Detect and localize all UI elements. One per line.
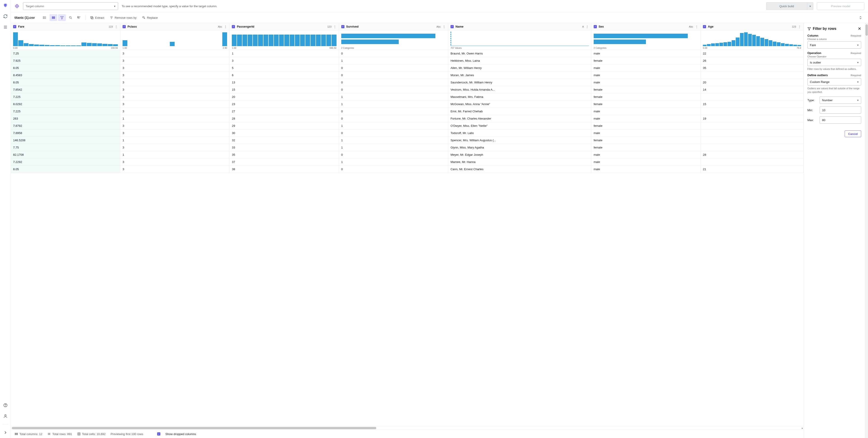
column-checkbox[interactable]: ✓: [13, 25, 16, 28]
column-checkbox[interactable]: ✓: [594, 25, 597, 28]
table-cell: 0: [339, 86, 448, 93]
operation-select[interactable]: Is outlier ▾: [807, 59, 861, 66]
column-histogram: 0.0076.0: [701, 30, 803, 50]
vertical-scrollbar[interactable]: [865, 23, 868, 438]
help-icon[interactable]: [3, 403, 8, 408]
table-row[interactable]: 7.85423150Vestrom, Miss. Hulda Amanda A.…: [11, 86, 804, 93]
table-row[interactable]: 7.2253270Emir, Mr. Farred Chehabmale: [11, 108, 804, 115]
table-cell: 3: [120, 159, 229, 166]
show-dropped-checkbox[interactable]: ✓: [157, 432, 160, 436]
expand-rail-icon[interactable]: [3, 430, 8, 435]
column-checkbox[interactable]: ✓: [341, 25, 344, 28]
table-cell: 3: [120, 122, 229, 130]
brand-icon[interactable]: [3, 3, 8, 8]
show-dropped-label: Show dropped columns: [165, 432, 196, 436]
table-cell: Vestrom, Miss. Hulda Amanda A...: [448, 86, 591, 93]
table-row[interactable]: 2631280Fortune, Mr. Charles Alexandermal…: [11, 115, 804, 122]
table-cell: 1: [339, 93, 448, 101]
table-row[interactable]: 8.4583360Moran, Mr. Jamesmale: [11, 72, 804, 79]
user-icon[interactable]: [3, 413, 8, 419]
sort-icon[interactable]: 12: [75, 14, 83, 21]
table-row[interactable]: 7.25310Braund, Mr. Owen Harrismale22: [11, 50, 804, 57]
table-cell: 8.05: [11, 79, 120, 86]
quick-build-dropdown[interactable]: ▾: [807, 2, 813, 10]
table-cell: 21: [701, 166, 804, 173]
preview-model-button[interactable]: Preview model: [817, 2, 864, 10]
target-column-placeholder: Target column: [26, 4, 44, 8]
table-row[interactable]: 7.22923371Mamee, Mr. Hannamale: [11, 159, 804, 166]
column-menu-icon[interactable]: ⋮: [115, 25, 118, 28]
list-view-icon[interactable]: [41, 14, 49, 21]
column-checkbox[interactable]: ✓: [232, 25, 235, 28]
column-select[interactable]: Fare ▾: [807, 41, 861, 48]
column-menu-icon[interactable]: ⋮: [333, 25, 337, 28]
table-row[interactable]: 82.17081350Meyer, Mr. Edgar Josephmale28: [11, 151, 804, 159]
table-cell: Glynn, Miss. Mary Agatha: [448, 144, 591, 151]
table-cell: Allen, Mr. William Henry: [448, 64, 591, 72]
column-menu-icon[interactable]: ⋮: [798, 25, 801, 28]
target-column-select[interactable]: Target column ▾: [23, 2, 118, 10]
svg-point-4: [5, 406, 5, 406]
filter-icon: [807, 27, 811, 31]
panel-title: Filter by rows: [813, 27, 856, 31]
extract-button[interactable]: Extract: [88, 14, 106, 21]
type-select[interactable]: Number ▾: [819, 97, 861, 104]
table-cell: [701, 108, 804, 115]
column-menu-icon[interactable]: ⋮: [586, 25, 589, 28]
column-menu-icon[interactable]: ⋮: [224, 25, 227, 28]
column-type-badge: Abc: [436, 25, 441, 28]
replace-button[interactable]: Replace: [140, 14, 160, 21]
table-cell: 3: [120, 93, 229, 101]
table-row[interactable]: 7.89583300Todoroff, Mr. Laliomale: [11, 130, 804, 137]
collapse-panel-icon[interactable]: [857, 14, 864, 21]
filter-icon[interactable]: [58, 14, 66, 21]
table-cell: 26: [701, 57, 804, 64]
table-row[interactable]: 146.52081321Spencer, Mrs. William August…: [11, 137, 804, 144]
column-histogram: 1.00846.50: [229, 30, 339, 50]
table-cell: Braund, Mr. Owen Harris: [448, 50, 591, 57]
svg-line-23: [71, 18, 72, 19]
table-cell: 3: [120, 50, 229, 57]
column-menu-icon[interactable]: ⋮: [695, 25, 698, 28]
table-cell: 35: [229, 151, 339, 159]
table-cell: 1: [339, 57, 448, 64]
quick-build-button[interactable]: Quick build: [766, 2, 807, 10]
close-icon[interactable]: ✕: [858, 26, 861, 31]
table-row[interactable]: 7.87923291O'Dwyer, Miss. Ellen "Nellie"f…: [11, 122, 804, 130]
table-cell: 28: [229, 115, 339, 122]
table-cell: 6: [229, 72, 339, 79]
grid-view-icon[interactable]: [50, 14, 57, 21]
column-checkbox[interactable]: ✓: [451, 25, 454, 28]
remove-rows-button[interactable]: Remove rows by: [107, 14, 139, 21]
table-cell: 7.25: [11, 50, 120, 57]
svg-text:2: 2: [78, 17, 79, 18]
table-row[interactable]: 7.925331Heikkinen, Miss. Lainafemale26: [11, 57, 804, 64]
refresh-icon[interactable]: [3, 13, 8, 19]
column-header-fare: ✓ Fare 123 ⋮0.00159.94: [11, 23, 120, 50]
required-label: Required: [850, 74, 861, 77]
list-icon[interactable]: [3, 25, 8, 30]
horizontal-scrollbar[interactable]: ▸: [11, 426, 804, 430]
svg-rect-38: [17, 433, 18, 435]
min-input[interactable]: 10: [819, 106, 861, 114]
table-row[interactable]: 8.053380Cann, Mr. Ernest Charlesmale21: [11, 166, 804, 173]
search-icon[interactable]: [67, 14, 74, 21]
table-row[interactable]: 7.2253201Masselmani, Mrs. Fatimafemale: [11, 93, 804, 101]
max-input[interactable]: 80: [819, 116, 861, 124]
table-cell: [701, 137, 804, 144]
table-row[interactable]: 7.753331Glynn, Miss. Mary Agathafemale: [11, 144, 804, 151]
cancel-button[interactable]: Cancel: [845, 130, 861, 137]
table-cell: 0: [339, 166, 448, 173]
column-checkbox[interactable]: ✓: [703, 25, 706, 28]
table-cell: male: [591, 108, 701, 115]
stat-preview: Previewing first 100 rows: [111, 432, 144, 436]
table-row[interactable]: 8.05350Allen, Mr. William Henrymale35: [11, 64, 804, 72]
column-menu-icon[interactable]: ⋮: [443, 25, 446, 28]
column-checkbox[interactable]: ✓: [123, 25, 126, 28]
table-row[interactable]: 8.053130Saundercock, Mr. William Henryma…: [11, 79, 804, 86]
filter-panel: Filter by rows ✕ Column Required Choose …: [804, 23, 865, 438]
define-outliers-select[interactable]: Custom Range ▾: [807, 78, 861, 86]
table-cell: 15: [701, 101, 804, 108]
table-row[interactable]: 8.02923231McGowan, Miss. Anna "Annie"fem…: [11, 101, 804, 108]
chevron-down-icon: ▾: [857, 99, 859, 102]
